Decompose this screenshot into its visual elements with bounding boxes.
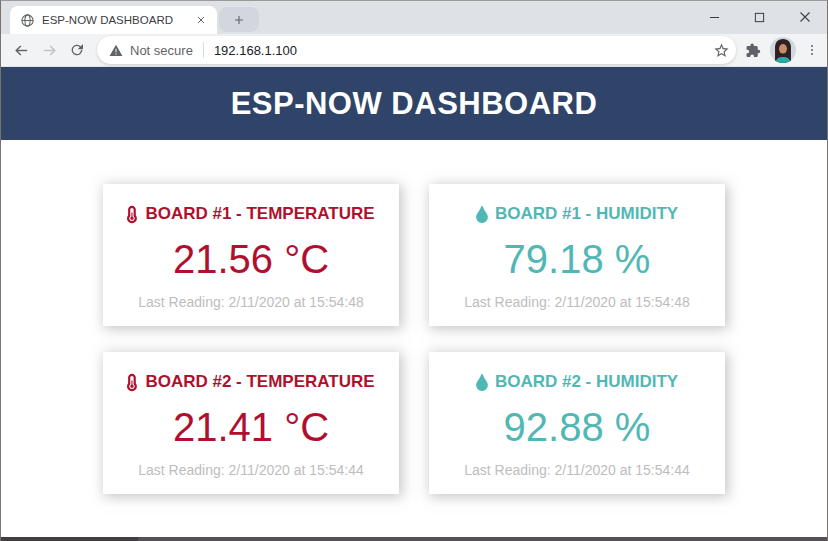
globe-icon [20,13,35,28]
last-reading-text: Last Reading: 2/11/2020 at 15:54:48 [138,294,363,310]
card-title: BOARD #2 - HUMIDITY [476,372,678,392]
new-tab-button[interactable] [219,7,259,32]
forward-button[interactable] [35,36,63,64]
last-reading-text: Last Reading: 2/11/2020 at 15:54:44 [464,462,689,478]
card-title-text: BOARD #2 - TEMPERATURE [145,372,374,392]
page-title: ESP-NOW DASHBOARD [231,86,598,122]
card-title-text: BOARD #1 - HUMIDITY [495,204,678,224]
browser-tab[interactable]: ESP-NOW DASHBOARD [10,6,217,34]
refresh-button[interactable] [63,36,91,64]
thermometer-icon [127,373,138,392]
card-board2-humidity: BOARD #2 - HUMIDITY 92.88 % Last Reading… [429,352,725,494]
droplet-icon [476,206,488,223]
tab-title: ESP-NOW DASHBOARD [42,14,186,26]
url-text[interactable]: 192.168.1.100 [214,43,708,58]
thermometer-icon [127,205,138,224]
cards-grid: BOARD #1 - TEMPERATURE 21.56 °C Last Rea… [103,184,725,494]
tab-close-icon[interactable] [193,12,209,28]
extensions-puzzle-icon[interactable] [744,42,761,59]
humidity-reading: 92.88 % [504,407,651,447]
card-title: BOARD #2 - TEMPERATURE [127,372,374,392]
warning-triangle-icon [109,44,123,57]
browser-menu-icon[interactable] [805,42,819,58]
temperature-reading: 21.41 °C [173,407,329,447]
window-bottom-frame [1,537,827,541]
humidity-reading: 79.18 % [504,239,651,279]
card-title: BOARD #1 - TEMPERATURE [127,204,374,224]
last-reading-text: Last Reading: 2/11/2020 at 15:54:48 [464,294,689,310]
address-bar[interactable]: Not secure 192.168.1.100 [97,36,736,64]
temperature-reading: 21.56 °C [173,239,329,279]
browser-window: ESP-NOW DASHBOARD [0,0,828,541]
window-controls [692,1,827,33]
back-button[interactable] [7,36,35,64]
card-board1-temperature: BOARD #1 - TEMPERATURE 21.56 °C Last Rea… [103,184,399,326]
card-title-text: BOARD #1 - TEMPERATURE [145,204,374,224]
window-minimize-button[interactable] [692,1,737,33]
browser-toolbar: Not secure 192.168.1.100 [1,34,827,67]
droplet-icon [476,374,488,391]
card-title: BOARD #1 - HUMIDITY [476,204,678,224]
toolbar-right-icons [744,37,819,63]
window-close-button[interactable] [782,1,827,33]
window-maximize-button[interactable] [737,1,782,33]
not-secure-label: Not secure [130,43,193,58]
page-content: BOARD #1 - TEMPERATURE 21.56 °C Last Rea… [1,140,827,494]
card-title-text: BOARD #2 - HUMIDITY [495,372,678,392]
last-reading-text: Last Reading: 2/11/2020 at 15:54:44 [138,462,363,478]
taskbar-sliver [1,537,138,541]
omnibox-divider [203,42,204,58]
tab-strip: ESP-NOW DASHBOARD [1,1,827,34]
card-board1-humidity: BOARD #1 - HUMIDITY 79.18 % Last Reading… [429,184,725,326]
page-header: ESP-NOW DASHBOARD [1,67,827,140]
bookmark-star-icon[interactable] [708,37,734,63]
card-board2-temperature: BOARD #2 - TEMPERATURE 21.41 °C Last Rea… [103,352,399,494]
profile-avatar[interactable] [770,37,796,63]
